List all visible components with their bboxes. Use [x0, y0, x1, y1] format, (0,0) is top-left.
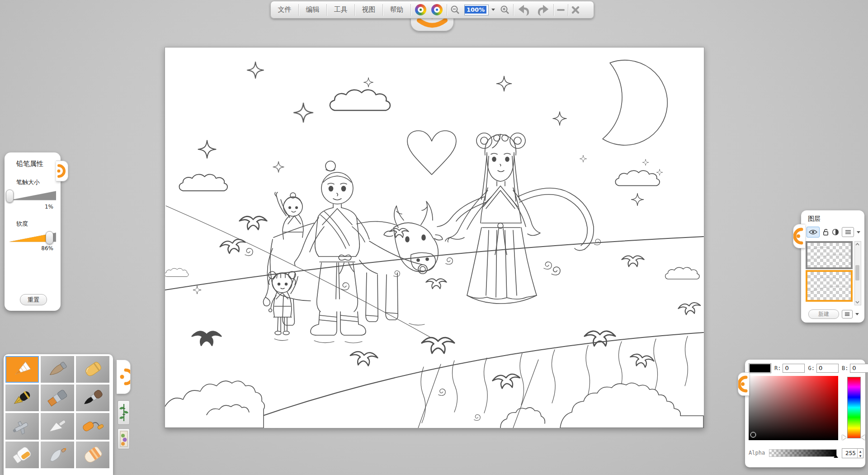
clown-ear-icon [56, 161, 68, 181]
zoom-in-button[interactable] [497, 3, 513, 17]
hue-marker-left-icon[interactable] [842, 435, 846, 440]
alpha-slider[interactable] [769, 449, 837, 457]
unlock-icon[interactable] [822, 228, 829, 236]
clown-ear-icon [793, 224, 805, 248]
tool-palette-knife[interactable] [41, 413, 74, 440]
bamboo-icon [119, 402, 129, 423]
flying-magpies [192, 216, 702, 389]
layer-1-thumbnail[interactable] [806, 241, 853, 269]
layers-options-caret[interactable] [855, 313, 859, 315]
child-on-ox [275, 192, 303, 239]
eraser-icon [80, 446, 105, 465]
zoom-out-button[interactable] [447, 3, 463, 17]
clown-ear-icon [738, 373, 749, 395]
canvas-drawing [165, 48, 704, 428]
drawing-canvas[interactable] [165, 47, 704, 428]
slider-track [9, 189, 56, 203]
bamboo-stamp-button[interactable] [118, 400, 130, 425]
tool-paint-jar[interactable] [5, 442, 39, 468]
rgb-row: R: 0 G: 0 B: 0 [749, 363, 868, 373]
zoom-dropdown-caret[interactable] [491, 9, 495, 11]
menu-file[interactable]: 文件 [271, 1, 298, 18]
desktop: { "app": { "background_color": "#c6c6c6"… [0, 0, 868, 475]
scroll-down-icon[interactable] [855, 299, 860, 305]
brush-size-label: 笔触大小 [5, 168, 61, 186]
b-label: B: [842, 365, 848, 371]
opacity-icon[interactable] [832, 228, 839, 236]
alpha-spinbox[interactable]: 255 ▲ ▼ [842, 448, 863, 458]
scroll-up-icon[interactable] [855, 242, 860, 247]
softness-thumb[interactable] [46, 231, 53, 244]
minimize-icon [557, 9, 565, 11]
menu-help[interactable]: 帮助 [383, 1, 410, 18]
tool-pencil[interactable] [5, 356, 39, 383]
airbrush-icon [9, 417, 35, 436]
tool-ink-brush[interactable] [76, 385, 109, 411]
fountain-pen-icon [9, 389, 35, 408]
menu-edit[interactable]: 编辑 [299, 1, 326, 18]
color-picker-cursor[interactable] [750, 432, 756, 437]
layer-menu-caret[interactable] [857, 231, 860, 233]
layer-visibility-button[interactable] [807, 227, 820, 238]
tool-crayon[interactable] [76, 356, 109, 383]
color-picker-panel: R: 0 G: 0 B: 0 Alpha 255 ▲ ▼ [745, 360, 865, 467]
pencil-panel-clown-tab[interactable] [56, 161, 68, 181]
rainbow-left-eye-icon[interactable] [411, 3, 430, 17]
paint-brush-icon [45, 389, 70, 408]
tool-eraser[interactable] [76, 442, 109, 468]
menu-view[interactable]: 视图 [355, 1, 382, 18]
tool-airbrush[interactable] [5, 413, 39, 440]
alpha-spinner-arrows[interactable]: ▲ ▼ [857, 449, 863, 458]
brush-size-slider[interactable] [9, 189, 56, 203]
layer-list [806, 241, 853, 304]
tool-charcoal-stick[interactable] [41, 356, 74, 383]
zoom-level-input[interactable]: 100% [464, 5, 489, 15]
new-layer-button[interactable]: 新建 [808, 309, 839, 319]
tool-fountain-pen[interactable] [5, 385, 39, 411]
alpha-marker-icon[interactable] [834, 455, 838, 458]
picture-stamp-button[interactable] [118, 428, 130, 449]
pencil-icon [9, 360, 35, 379]
alpha-row: Alpha 255 ▲ ▼ [749, 448, 862, 458]
g-input[interactable]: 0 [816, 364, 839, 373]
layers-panel-title: 图层 [801, 210, 864, 223]
paint-jar-icon [9, 446, 35, 465]
scrollbar-thumb[interactable] [855, 265, 859, 280]
layer-2-thumbnail[interactable] [806, 270, 853, 302]
layer-menu-button[interactable] [842, 227, 854, 237]
tool-paint-roller[interactable] [76, 413, 109, 440]
layer-list-scrollbar[interactable] [854, 241, 861, 305]
tool-palette-panel [4, 354, 113, 475]
brush-size-value: 1% [5, 204, 61, 210]
layers-panel-clown-tab[interactable] [793, 224, 805, 248]
color-panel-clown-tab[interactable] [738, 372, 749, 396]
alpha-label: Alpha [749, 450, 765, 456]
alpha-down-icon[interactable]: ▼ [858, 453, 863, 458]
undo-button[interactable] [514, 3, 533, 17]
saturation-value-picker[interactable] [749, 376, 838, 440]
palette-clown-tab[interactable] [117, 360, 131, 394]
brush-size-thumb[interactable] [6, 190, 14, 203]
minimize-button[interactable] [554, 3, 568, 17]
layers-bottom-row: 新建 [801, 309, 868, 319]
r-input[interactable]: 0 [783, 364, 805, 373]
redo-button[interactable] [533, 3, 553, 17]
eye-icon [809, 229, 817, 235]
zoom-in-icon [500, 5, 510, 15]
reset-button[interactable]: 重置 [20, 294, 47, 305]
tool-carving-knife[interactable] [41, 442, 74, 468]
menu-tools[interactable]: 工具 [327, 1, 354, 18]
tool-paint-brush[interactable] [41, 385, 74, 411]
softness-slider[interactable] [9, 231, 56, 244]
softness-label: 软度 [5, 210, 61, 228]
ink-brush-icon [80, 389, 105, 408]
pencil-panel-title: 铅笔属性 [5, 152, 61, 168]
hue-bar[interactable] [847, 377, 861, 438]
b-input[interactable]: 0 [850, 364, 868, 373]
layers-options-button[interactable] [842, 310, 853, 318]
close-button[interactable] [568, 3, 583, 17]
ground-dashes [274, 323, 425, 343]
rainbow-right-eye-icon[interactable] [430, 3, 447, 17]
hue-marker-right-icon[interactable] [861, 435, 865, 440]
alpha-up-icon[interactable]: ▲ [858, 449, 863, 453]
